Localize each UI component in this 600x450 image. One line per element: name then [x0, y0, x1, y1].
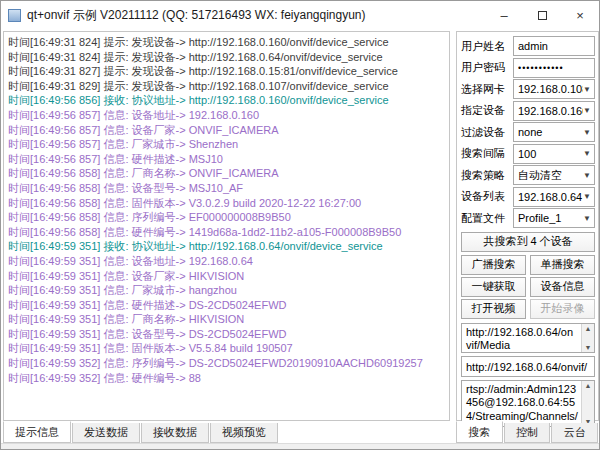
field-list: 用户姓名用户密码选择网卡192.168.0.108▼指定设备192.168.0.…: [461, 36, 595, 230]
field-row: 用户姓名: [461, 36, 595, 56]
field-row: 指定设备192.168.0.160▼: [461, 101, 595, 121]
caption-buttons: – ×: [485, 1, 599, 30]
log-line: 时间[16:49:56 857] 信息: 厂家城市-> Shenzhen: [8, 137, 445, 152]
tab-tip-info[interactable]: 提示信息: [3, 421, 71, 443]
log-line: 时间[16:49:56 858] 信息: 设备型号-> MSJ10_AF: [8, 181, 445, 196]
search-result-button[interactable]: 共搜索到 4 个设备: [461, 232, 595, 252]
field-row: 设备列表192.168.0.64▼: [461, 187, 595, 207]
log-line: 时间[16:49:56 858] 信息: 厂商名称-> ONVIF_ICAMER…: [8, 166, 445, 181]
media-url-box-text: http://192.168.0.64/onvif/Media: [466, 326, 573, 352]
url-boxes: http://192.168.0.64/onvif/Media▲▼http://…: [461, 323, 595, 430]
log-line: 时间[16:49:31 824] 提示: 发现设备-> http://192.1…: [8, 50, 445, 65]
log-tab-bar: 提示信息发送数据接收数据视频预览: [3, 421, 279, 443]
broadcast-search-button[interactable]: 广播搜索: [461, 255, 526, 275]
scroll-up-icon[interactable]: ▲: [585, 381, 592, 390]
field-row: 搜索策略自动清空▼: [461, 165, 595, 185]
search-interval-select[interactable]: 100▼: [513, 144, 595, 164]
search-strategy-select[interactable]: 自动清空▼: [513, 165, 595, 185]
log-line: 时间[16:49:59 352] 信息: 序列编号-> DS-2CD5024EF…: [8, 356, 445, 371]
search-strategy-select-label: 搜索策略: [461, 168, 513, 183]
log-line: 时间[16:49:59 351] 信息: 硬件描述-> DS-2CD5024EF…: [8, 298, 445, 313]
log-line: 时间[16:49:59 351] 接收: 协议地址-> http://192.1…: [8, 239, 445, 254]
log-line: 时间[16:49:31 829] 提示: 发现设备-> http://192.1…: [8, 79, 445, 94]
vertical-scrollbar[interactable]: ▲▼: [581, 324, 594, 352]
profile-select-label: 配置文件: [461, 211, 513, 226]
tab-send-data[interactable]: 发送数据: [72, 423, 140, 443]
minimize-button[interactable]: –: [485, 1, 523, 30]
field-row: 搜索间隔100▼: [461, 144, 595, 164]
network-card-select-label: 选择网卡: [461, 82, 513, 97]
app-icon: [8, 9, 21, 22]
network-card-select[interactable]: 192.168.0.108▼: [513, 79, 595, 99]
open-video-button[interactable]: 打开视频: [461, 299, 526, 319]
device-list-select[interactable]: 192.168.0.64▼: [513, 187, 595, 207]
log-line: 时间[16:49:59 351] 信息: 厂家城市-> hangzhou: [8, 283, 445, 298]
filter-device-select[interactable]: none▼: [513, 122, 595, 142]
tab-recv-data[interactable]: 接收数据: [141, 423, 209, 443]
window-bottom-strip: [1, 443, 599, 450]
log-line: 时间[16:49:59 351] 信息: 设备厂家-> HIKVISION: [8, 269, 445, 284]
log-line: 时间[16:49:59 351] 信息: 设备地址-> 192.168.0.64: [8, 254, 445, 269]
device-list-select-value: 192.168.0.64: [518, 191, 583, 203]
rtsp-url-box-text: rtsp://admin:Admin123456@192.168.0.64:55…: [466, 383, 578, 427]
scroll-down-icon[interactable]: ▼: [585, 343, 592, 352]
field-row: 用户密码: [461, 58, 595, 78]
panel-tab-bar: 搜索控制云台: [456, 421, 599, 443]
log-line: 时间[16:49:59 352] 信息: 硬件编号-> 88: [8, 371, 445, 386]
field-row: 配置文件Profile_1▼: [461, 208, 595, 228]
user-password-field[interactable]: [513, 58, 595, 78]
target-device-select[interactable]: 192.168.0.160▼: [513, 101, 595, 121]
log-line: 时间[16:49:31 827] 提示: 发现设备-> http://192.1…: [8, 64, 445, 79]
user-password-field-label: 用户密码: [461, 60, 513, 75]
maximize-button[interactable]: [523, 1, 561, 30]
scroll-up-icon[interactable]: ▲: [585, 324, 592, 333]
tab-ptz[interactable]: 云台: [551, 423, 598, 443]
profile-select-value: Profile_1: [518, 212, 583, 224]
chevron-down-icon: ▼: [583, 106, 591, 115]
log-line: 时间[16:49:59 351] 信息: 厂商名称-> HIKVISION: [8, 312, 445, 327]
action-buttons: 广播搜索单播搜索一键获取设备信息打开视频开始录像: [461, 255, 595, 319]
network-card-select-value: 192.168.0.108: [518, 83, 583, 95]
search-panel: 用户姓名用户密码选择网卡192.168.0.108▼指定设备192.168.0.…: [456, 31, 599, 421]
log-line: 时间[16:49:56 857] 信息: 设备厂家-> ONVIF_ICAMER…: [8, 123, 445, 138]
maximize-icon: [538, 11, 547, 20]
log-line: 时间[16:49:56 857] 信息: 硬件描述-> MSJ10: [8, 152, 445, 167]
vertical-scrollbar[interactable]: ▲▼: [581, 381, 594, 426]
tab-control[interactable]: 控制: [504, 423, 551, 443]
rtsp-url-box[interactable]: rtsp://admin:Admin123456@192.168.0.64:55…: [461, 380, 595, 427]
log-line: 时间[16:49:56 857] 信息: 设备地址-> 192.168.0.16…: [8, 108, 445, 123]
field-row: 选择网卡192.168.0.108▼: [461, 79, 595, 99]
search-interval-select-value: 100: [518, 148, 583, 160]
log-line: 时间[16:49:59 351] 信息: 设备型号-> DS-2CD5024EF…: [8, 327, 445, 342]
media-url-box[interactable]: http://192.168.0.64/onvif/Media▲▼: [461, 323, 595, 353]
profile-select[interactable]: Profile_1▼: [513, 208, 595, 228]
device-info-button[interactable]: 设备信息: [530, 277, 595, 297]
target-device-select-label: 指定设备: [461, 103, 513, 118]
chevron-down-icon: ▼: [583, 192, 591, 201]
user-name-field[interactable]: [513, 36, 595, 56]
log-line: 时间[16:49:56 858] 信息: 固件版本-> V3.0.2.9 bui…: [8, 196, 445, 211]
log-line: 时间[16:49:31 824] 提示: 发现设备-> http://192.1…: [8, 35, 445, 50]
fetch-all-button[interactable]: 一键获取: [461, 277, 526, 297]
target-device-select-value: 192.168.0.160: [518, 105, 583, 117]
log-line: 时间[16:49:56 858] 信息: 硬件编号-> 1419d68a-1dd…: [8, 225, 445, 240]
chevron-down-icon: ▼: [583, 149, 591, 158]
field-row: 过滤设备none▼: [461, 122, 595, 142]
user-name-field-label: 用户姓名: [461, 39, 513, 54]
window-title: qt+onvif 示例 V20211112 (QQ: 517216493 WX:…: [27, 7, 366, 24]
device-list-select-label: 设备列表: [461, 189, 513, 204]
title-bar: qt+onvif 示例 V20211112 (QQ: 517216493 WX:…: [1, 1, 599, 30]
ptz-url-box[interactable]: http://192.168.0.64/onvif/PTZ: [461, 356, 595, 377]
log-line: 时间[16:49:56 858] 信息: 序列编号-> EF000000008B…: [8, 210, 445, 225]
log-line: 时间[16:49:56 856] 接收: 协议地址-> http://192.1…: [8, 93, 445, 108]
chevron-down-icon: ▼: [583, 214, 591, 223]
tab-video-preview[interactable]: 视频预览: [210, 423, 278, 443]
filter-device-select-label: 过滤设备: [461, 125, 513, 140]
start-record-button: 开始录像: [530, 299, 595, 319]
chevron-down-icon: ▼: [583, 171, 591, 180]
tab-search[interactable]: 搜索: [456, 421, 503, 443]
close-button[interactable]: ×: [561, 1, 599, 30]
search-interval-select-label: 搜索间隔: [461, 146, 513, 161]
unicast-search-button[interactable]: 单播搜索: [530, 255, 595, 275]
log-output[interactable]: 时间[16:49:31 824] 提示: 发现设备-> http://192.1…: [3, 31, 450, 421]
